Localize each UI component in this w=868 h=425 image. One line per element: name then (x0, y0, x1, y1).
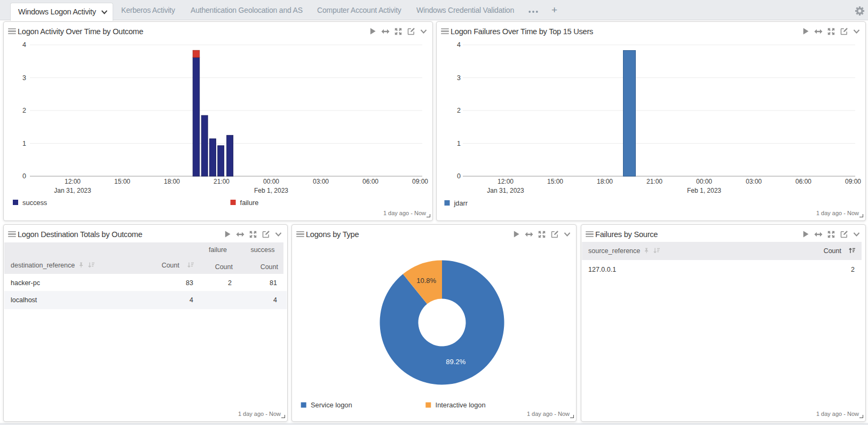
svg-text:Jan 31, 2023: Jan 31, 2023 (54, 187, 91, 194)
svg-text:12:00: 12:00 (65, 178, 81, 185)
svg-text:12:00: 12:00 (498, 178, 514, 185)
svg-text:06:00: 06:00 (362, 178, 378, 185)
svg-text:success: success (22, 199, 47, 207)
svg-text:15:00: 15:00 (547, 178, 563, 185)
svg-text:00:00: 00:00 (263, 178, 279, 185)
svg-text:jdarr: jdarr (454, 199, 468, 207)
svg-text:21:00: 21:00 (214, 178, 230, 185)
svg-text:3: 3 (22, 74, 26, 82)
svg-text:03:00: 03:00 (313, 178, 329, 185)
svg-text:failure: failure (240, 199, 259, 207)
svg-text:18:00: 18:00 (164, 178, 180, 185)
svg-text:89.2%: 89.2% (446, 358, 465, 366)
svg-text:Service logon: Service logon (311, 401, 352, 409)
svg-text:2: 2 (457, 107, 461, 114)
svg-text:03:00: 03:00 (746, 178, 762, 185)
svg-text:2: 2 (22, 107, 26, 114)
svg-text:Feb 1, 2023: Feb 1, 2023 (254, 187, 288, 194)
svg-text:21:00: 21:00 (646, 178, 662, 185)
svg-text:06:00: 06:00 (795, 178, 811, 185)
svg-text:1: 1 (457, 140, 461, 147)
svg-text:18:00: 18:00 (597, 178, 613, 185)
svg-text:3: 3 (457, 74, 461, 82)
svg-text:Feb 1, 2023: Feb 1, 2023 (687, 187, 721, 194)
svg-text:15:00: 15:00 (114, 178, 130, 185)
svg-text:4: 4 (457, 41, 461, 49)
svg-text:00:00: 00:00 (696, 178, 712, 185)
svg-text:0: 0 (457, 172, 461, 180)
svg-text:10.8%: 10.8% (416, 277, 436, 285)
svg-text:09:00: 09:00 (412, 178, 428, 185)
svg-text:1: 1 (22, 140, 26, 147)
svg-text:Interactive logon: Interactive logon (436, 401, 486, 409)
svg-text:0: 0 (22, 172, 26, 180)
svg-text:09:00: 09:00 (845, 178, 861, 185)
svg-text:4: 4 (22, 41, 26, 49)
svg-text:Jan 31, 2023: Jan 31, 2023 (487, 187, 524, 194)
